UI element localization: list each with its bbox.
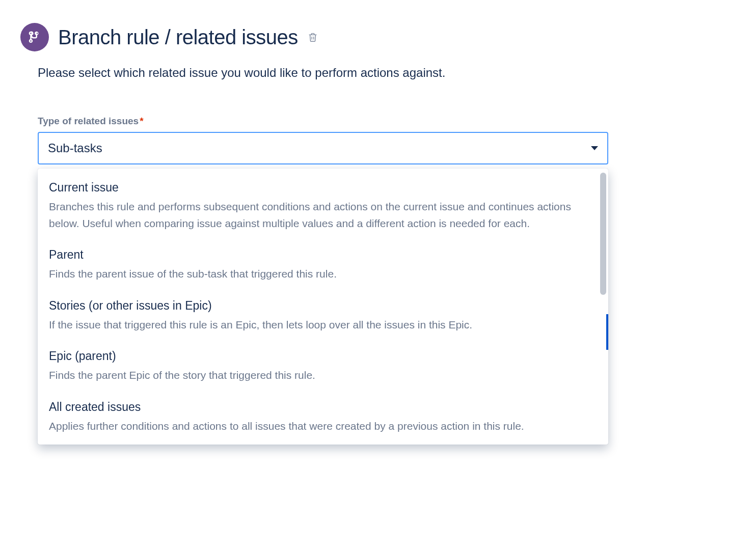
option-title: Parent [49,248,597,262]
select-value: Sub-tasks [48,141,102,155]
option-description: If the issue that triggered this rule is… [49,317,597,334]
focus-indicator [606,314,608,350]
option-description: Branches this rule and performs subseque… [49,199,597,232]
field-label-text: Type of related issues [38,116,139,126]
option-title: All created issues [49,400,597,414]
branch-icon [20,23,49,51]
scrollbar[interactable] [600,173,606,295]
option-parent[interactable]: Parent Finds the parent issue of the sub… [38,242,608,293]
required-indicator: * [140,116,143,126]
select-dropdown: Current issue Branches this rule and per… [38,169,608,445]
delete-icon[interactable] [307,32,318,43]
option-all-created-issues[interactable]: All created issues Applies further condi… [38,394,608,445]
field-group: Type of related issues* Sub-tasks [38,116,736,164]
option-description: Applies further conditions and actions t… [49,418,597,435]
field-label: Type of related issues* [38,116,736,127]
option-epic-parent[interactable]: Epic (parent) Finds the parent Epic of t… [38,343,608,394]
option-current-issue[interactable]: Current issue Branches this rule and per… [38,175,608,242]
option-title: Stories (or other issues in Epic) [49,299,597,313]
option-stories-in-epic[interactable]: Stories (or other issues in Epic) If the… [38,293,608,344]
page-title: Branch rule / related issues [58,26,298,49]
option-description: Finds the parent Epic of the story that … [49,367,597,384]
option-title: Epic (parent) [49,349,597,363]
option-title: Current issue [49,181,597,195]
page-description: Please select which related issue you wo… [38,66,736,80]
option-description: Finds the parent issue of the sub-task t… [49,266,597,283]
related-issue-type-select[interactable]: Sub-tasks [38,132,608,164]
chevron-down-icon [591,146,598,150]
page-header: Branch rule / related issues [20,23,736,51]
